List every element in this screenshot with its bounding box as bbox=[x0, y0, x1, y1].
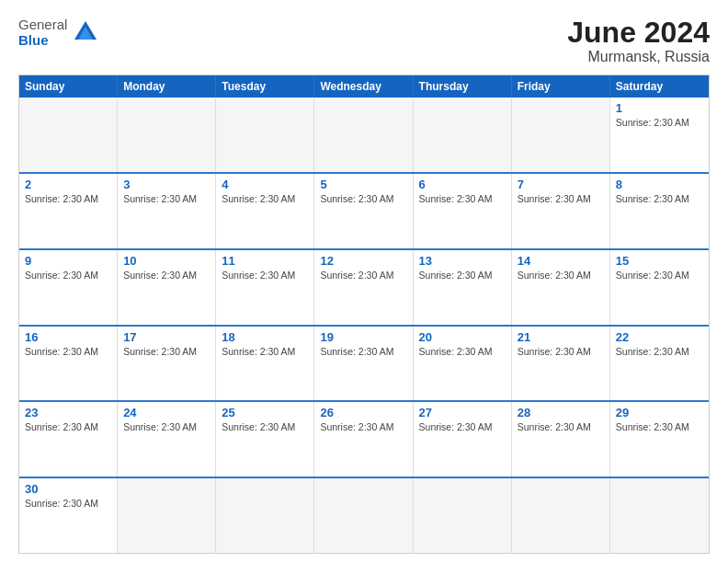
day-info: Sunrise: 2:30 AM bbox=[419, 421, 506, 432]
day-info: Sunrise: 2:30 AM bbox=[518, 346, 604, 357]
day-info: Sunrise: 2:30 AM bbox=[518, 193, 604, 204]
day-info: Sunrise: 2:30 AM bbox=[518, 421, 604, 432]
day-number: 20 bbox=[419, 330, 506, 344]
day-info: Sunrise: 2:30 AM bbox=[616, 117, 703, 128]
calendar-cell: 30Sunrise: 2:30 AM bbox=[19, 478, 118, 553]
day-number: 7 bbox=[518, 178, 604, 191]
calendar-week-5: 23Sunrise: 2:30 AM24Sunrise: 2:30 AM25Su… bbox=[19, 400, 709, 477]
logo: General Blue bbox=[18, 17, 98, 49]
day-number: 25 bbox=[222, 406, 308, 419]
calendar-subtitle: Murmansk, Russia bbox=[567, 49, 710, 65]
calendar-cell: 13Sunrise: 2:30 AM bbox=[414, 250, 512, 325]
calendar-cell: 20Sunrise: 2:30 AM bbox=[414, 327, 512, 401]
title-block: June 2024 Murmansk, Russia bbox=[567, 17, 710, 65]
day-number: 23 bbox=[25, 406, 111, 419]
weekday-header-thursday: Thursday bbox=[414, 75, 512, 98]
day-info: Sunrise: 2:30 AM bbox=[25, 421, 111, 432]
calendar-cell bbox=[216, 98, 314, 172]
day-number: 14 bbox=[518, 254, 604, 268]
calendar-cell: 28Sunrise: 2:30 AM bbox=[512, 402, 610, 477]
calendar-cell: 5Sunrise: 2:30 AM bbox=[314, 174, 413, 248]
calendar-cell: 22Sunrise: 2:30 AM bbox=[610, 327, 709, 401]
calendar-cell: 18Sunrise: 2:30 AM bbox=[216, 327, 314, 401]
day-info: Sunrise: 2:30 AM bbox=[25, 270, 111, 281]
day-number: 19 bbox=[320, 330, 406, 344]
day-number: 8 bbox=[616, 178, 703, 191]
day-number: 10 bbox=[123, 254, 210, 268]
day-info: Sunrise: 2:30 AM bbox=[616, 346, 703, 357]
calendar: SundayMondayTuesdayWednesdayThursdayFrid… bbox=[18, 75, 710, 554]
day-number: 15 bbox=[616, 254, 703, 268]
day-info: Sunrise: 2:30 AM bbox=[320, 270, 406, 281]
day-info: Sunrise: 2:30 AM bbox=[25, 346, 111, 357]
calendar-title: June 2024 bbox=[567, 17, 710, 49]
day-number: 4 bbox=[222, 178, 308, 191]
calendar-cell bbox=[118, 478, 216, 553]
calendar-cell: 27Sunrise: 2:30 AM bbox=[414, 402, 512, 477]
logo-icon bbox=[73, 19, 98, 45]
calendar-cell: 3Sunrise: 2:30 AM bbox=[118, 174, 216, 248]
calendar-cell bbox=[512, 98, 610, 172]
day-number: 12 bbox=[320, 254, 406, 268]
calendar-cell: 14Sunrise: 2:30 AM bbox=[512, 250, 610, 325]
calendar-week-3: 9Sunrise: 2:30 AM10Sunrise: 2:30 AM11Sun… bbox=[19, 248, 709, 325]
weekday-header-sunday: Sunday bbox=[19, 75, 118, 98]
day-info: Sunrise: 2:30 AM bbox=[123, 346, 210, 357]
header: General Blue June 2024 Murmansk, Russia bbox=[18, 17, 710, 65]
weekday-header-wednesday: Wednesday bbox=[314, 75, 413, 98]
day-number: 6 bbox=[419, 178, 506, 191]
calendar-cell: 17Sunrise: 2:30 AM bbox=[118, 327, 216, 401]
day-info: Sunrise: 2:30 AM bbox=[222, 193, 308, 204]
day-number: 9 bbox=[25, 254, 111, 268]
day-number: 28 bbox=[518, 406, 604, 419]
day-number: 26 bbox=[320, 406, 406, 419]
calendar-cell: 16Sunrise: 2:30 AM bbox=[19, 327, 118, 401]
calendar-cell: 23Sunrise: 2:30 AM bbox=[19, 402, 118, 477]
day-number: 11 bbox=[222, 254, 308, 268]
calendar-cell bbox=[118, 98, 216, 172]
day-number: 30 bbox=[25, 482, 111, 496]
weekday-header-tuesday: Tuesday bbox=[216, 75, 314, 98]
calendar-cell: 9Sunrise: 2:30 AM bbox=[19, 250, 118, 325]
day-number: 29 bbox=[616, 406, 703, 419]
calendar-cell bbox=[314, 98, 413, 172]
calendar-cell bbox=[314, 478, 413, 553]
day-info: Sunrise: 2:30 AM bbox=[25, 498, 111, 509]
day-info: Sunrise: 2:30 AM bbox=[123, 193, 210, 204]
day-number: 17 bbox=[123, 330, 210, 344]
calendar-cell: 25Sunrise: 2:30 AM bbox=[216, 402, 314, 477]
calendar-cell bbox=[414, 98, 512, 172]
day-info: Sunrise: 2:30 AM bbox=[123, 421, 210, 432]
day-number: 21 bbox=[518, 330, 604, 344]
day-info: Sunrise: 2:30 AM bbox=[419, 270, 506, 281]
weekday-header-friday: Friday bbox=[512, 75, 610, 98]
day-info: Sunrise: 2:30 AM bbox=[616, 193, 703, 204]
day-info: Sunrise: 2:30 AM bbox=[616, 270, 703, 281]
calendar-cell: 15Sunrise: 2:30 AM bbox=[610, 250, 709, 325]
calendar-cell: 6Sunrise: 2:30 AM bbox=[414, 174, 512, 248]
calendar-cell: 21Sunrise: 2:30 AM bbox=[512, 327, 610, 401]
weekday-header-saturday: Saturday bbox=[610, 75, 709, 98]
day-info: Sunrise: 2:30 AM bbox=[419, 193, 506, 204]
calendar-cell bbox=[216, 478, 314, 553]
calendar-cell bbox=[610, 478, 709, 553]
day-info: Sunrise: 2:30 AM bbox=[320, 421, 406, 432]
day-info: Sunrise: 2:30 AM bbox=[222, 421, 308, 432]
day-info: Sunrise: 2:30 AM bbox=[419, 346, 506, 357]
calendar-cell: 19Sunrise: 2:30 AM bbox=[314, 327, 413, 401]
calendar-cell: 12Sunrise: 2:30 AM bbox=[314, 250, 413, 325]
calendar-cell: 8Sunrise: 2:30 AM bbox=[610, 174, 709, 248]
calendar-cell: 24Sunrise: 2:30 AM bbox=[118, 402, 216, 477]
day-number: 13 bbox=[419, 254, 506, 268]
day-number: 2 bbox=[25, 178, 111, 191]
calendar-cell: 4Sunrise: 2:30 AM bbox=[216, 174, 314, 248]
logo-text: General Blue bbox=[18, 17, 67, 49]
day-info: Sunrise: 2:30 AM bbox=[25, 193, 111, 204]
day-number: 3 bbox=[123, 178, 210, 191]
calendar-cell: 7Sunrise: 2:30 AM bbox=[512, 174, 610, 248]
calendar-cell: 1Sunrise: 2:30 AM bbox=[610, 98, 709, 172]
calendar-body: 1Sunrise: 2:30 AM2Sunrise: 2:30 AM3Sunri… bbox=[19, 98, 709, 553]
calendar-week-2: 2Sunrise: 2:30 AM3Sunrise: 2:30 AM4Sunri… bbox=[19, 172, 709, 248]
day-number: 24 bbox=[123, 406, 210, 419]
calendar-header-row: SundayMondayTuesdayWednesdayThursdayFrid… bbox=[19, 75, 709, 98]
